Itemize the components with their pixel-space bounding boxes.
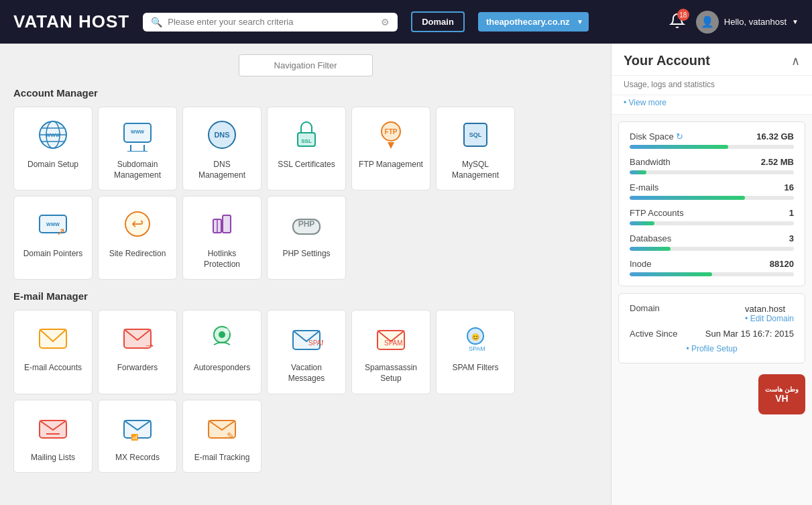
- svg-text:→: →: [143, 339, 154, 352]
- card-1-2[interactable]: ≋Autoresponders: [182, 310, 262, 394]
- card-label-1-6: Mailing Lists: [31, 453, 75, 463]
- card-label-0-8: Hotlinks Protection: [190, 249, 254, 270]
- card-0-5[interactable]: SQLMySQL Management: [436, 107, 515, 190]
- stat-header-2: E-mails16: [630, 182, 794, 192]
- card-1-8[interactable]: ✎E-mail Tracking: [182, 400, 262, 473]
- card-0-4[interactable]: FTPFTP Management: [351, 107, 430, 190]
- edit-domain-link[interactable]: • Edit Domain: [745, 314, 794, 323]
- stat-label-2: E-mails: [630, 182, 658, 192]
- card-0-6[interactable]: WWW↗Domain Pointers: [13, 196, 93, 280]
- hotlinks-icon: [204, 206, 240, 242]
- collapse-button[interactable]: ∧: [791, 54, 800, 68]
- stats-box: Disk Space ↻16.32 GBBandwidth2.52 MBE-ma…: [618, 121, 805, 286]
- stat-row-3: FTP Accounts1: [630, 208, 794, 225]
- stat-row-4: Databases3: [630, 233, 794, 251]
- card-1-6[interactable]: Mailing Lists: [13, 400, 93, 473]
- globe-icon: WWW: [35, 117, 71, 153]
- domain-row: Domain vatan.host • Edit Domain: [630, 303, 794, 323]
- stat-value-2: 16: [785, 182, 794, 192]
- card-1-0[interactable]: E-mail Accounts: [13, 310, 93, 394]
- mailing-icon: [35, 410, 71, 446]
- section-0: Account ManagerWWWDomain SetupWWWSubdoma…: [13, 87, 597, 280]
- nav-filter-input[interactable]: [239, 54, 373, 76]
- stat-bar-3: [630, 221, 654, 225]
- svg-text:✎: ✎: [227, 431, 235, 441]
- avatar: 👤: [696, 11, 719, 34]
- user-info[interactable]: 👤 Hello, vatanhost ▼: [696, 11, 799, 34]
- stat-header-4: Databases3: [630, 233, 794, 243]
- card-0-9[interactable]: PHPPHP Settings: [267, 196, 346, 280]
- card-label-0-5: MySQL Management: [443, 160, 508, 180]
- cards-grid-0: WWWDomain SetupWWWSubdomain ManagementDN…: [13, 107, 597, 280]
- account-subtitle: Usage, logs and statistics: [612, 76, 812, 95]
- svg-text:SQL: SQL: [469, 131, 482, 138]
- stat-row-0: Disk Space ↻16.32 GB: [630, 131, 794, 149]
- watermark-logo: وطن هاست VH: [758, 374, 805, 414]
- stat-bar-bg-3: [630, 221, 794, 225]
- forward-icon: →: [119, 320, 156, 356]
- stat-value-4: 3: [789, 233, 794, 243]
- search-input[interactable]: [168, 17, 375, 27]
- card-0-3[interactable]: SSLSSL Certificates: [267, 107, 346, 190]
- card-0-2[interactable]: DNSDNS Management: [182, 107, 262, 190]
- header-right: 18 👤 Hello, vatanhost ▼: [669, 11, 799, 34]
- stat-header-1: Bandwidth2.52 MB: [630, 157, 794, 167]
- svg-text:SPAM: SPAM: [308, 339, 323, 347]
- chevron-down-icon: ▼: [792, 18, 799, 25]
- watermark-vh: VH: [775, 393, 788, 404]
- card-1-3[interactable]: SPAMVacation Messages: [267, 310, 346, 394]
- domain-value: vatan.host: [745, 304, 785, 314]
- stat-value-0: 16.32 GB: [756, 131, 794, 142]
- card-label-0-1: Subdomain Management: [105, 160, 170, 180]
- stat-bar-bg-1: [630, 170, 794, 174]
- mysql-icon: SQL: [457, 117, 494, 153]
- logo: VATAN HOST: [13, 11, 129, 32]
- card-0-0[interactable]: WWWDomain Setup: [13, 107, 93, 190]
- active-since-value: Sun Mar 15 16:7: 2015: [705, 329, 794, 339]
- view-more-link[interactable]: • View more: [612, 95, 812, 115]
- svg-text:SSL: SSL: [301, 138, 312, 144]
- card-0-8[interactable]: Hotlinks Protection: [182, 196, 262, 280]
- gear-icon[interactable]: ⚙: [381, 17, 390, 27]
- notification-bell[interactable]: 18: [669, 13, 685, 31]
- stat-header-3: FTP Accounts1: [630, 208, 794, 218]
- vacation-icon: SPAM: [288, 320, 325, 356]
- card-1-5[interactable]: 😊SPAMSPAM Filters: [436, 310, 515, 394]
- card-0-1[interactable]: WWWSubdomain Management: [98, 107, 177, 190]
- card-label-1-1: Forwarders: [117, 363, 158, 374]
- stat-bar-5: [630, 272, 712, 276]
- nav-filter-bar: [13, 54, 597, 76]
- svg-text:SPAM: SPAM: [469, 345, 485, 352]
- card-1-7[interactable]: 📶MX Records: [98, 400, 177, 473]
- card-label-1-2: Autoresponders: [194, 363, 251, 374]
- mx-icon: 📶: [119, 410, 156, 446]
- stat-value-1: 2.52 MB: [761, 157, 794, 167]
- subdomain-icon: WWW: [119, 117, 156, 153]
- card-label-0-0: Domain Setup: [27, 160, 78, 170]
- card-1-1[interactable]: →Forwarders: [98, 310, 177, 394]
- card-0-7[interactable]: ↩Site Redirection: [98, 196, 177, 280]
- card-label-0-9: PHP Settings: [282, 249, 330, 260]
- content-area: Account ManagerWWWDomain SetupWWWSubdoma…: [0, 44, 611, 505]
- stat-label-1: Bandwidth: [630, 157, 671, 167]
- redirect-icon: ↩: [119, 206, 156, 242]
- domain-select[interactable]: theapothecary.co.nz: [478, 12, 589, 32]
- svg-text:↩: ↩: [131, 215, 143, 232]
- header: VATAN HOST 🔍 ⚙ Domain theapothecary.co.n…: [0, 0, 812, 44]
- svg-text:WWW: WWW: [46, 132, 61, 138]
- notification-count: 18: [677, 9, 689, 21]
- svg-text:DNS: DNS: [214, 131, 229, 139]
- svg-text:😊: 😊: [471, 333, 480, 341]
- tracking-icon: ✎: [204, 410, 240, 446]
- section-title-1: E-mail Manager: [13, 290, 597, 302]
- card-1-4[interactable]: SPAMSpamassassin Setup: [351, 310, 430, 394]
- stat-bar-2: [630, 196, 745, 200]
- profile-setup-link[interactable]: • Profile Setup: [630, 344, 794, 353]
- domain-badge: Domain: [411, 11, 465, 32]
- spamfilter-icon: 😊SPAM: [457, 320, 494, 356]
- active-since-label: Active Since: [630, 329, 678, 339]
- stat-label-0: Disk Space ↻: [630, 131, 683, 142]
- stat-label-3: FTP Accounts: [630, 208, 684, 218]
- stat-value-5: 88120: [770, 259, 794, 269]
- watermark-area: وطن هاست VH: [612, 370, 812, 418]
